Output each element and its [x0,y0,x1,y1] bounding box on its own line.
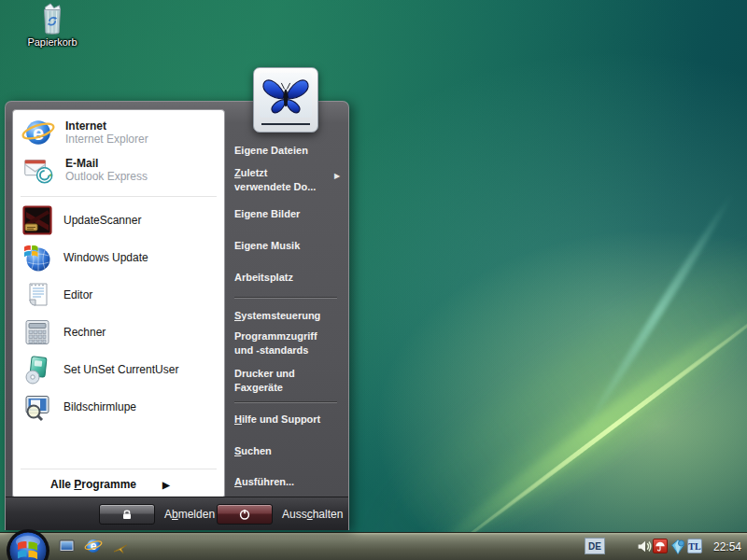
show-desktop-icon[interactable] [59,539,76,554]
gem-icon[interactable] [669,539,686,555]
startmenu-item-drucker-faxgeraete[interactable]: Drucker und Faxgeräte [234,367,343,395]
lock-icon [120,508,134,521]
item-label: Set UnSet CurrentUser [63,363,178,376]
power-button[interactable] [217,504,273,525]
avira-umbrella-icon[interactable] [653,539,668,553]
startmenu-item-internet[interactable]: e Internet Internet Explorer [21,114,217,151]
item-label: Windows Update [63,251,148,264]
internet-explorer-icon[interactable]: e [84,537,103,555]
separator [21,469,217,469]
recycle-bin-icon [36,2,68,35]
gold-plane-icon[interactable] [113,541,128,554]
avatar-frame-line [261,123,310,125]
startmenu-item-bildschirmlupe[interactable]: Bildschirmlupe [22,388,217,426]
internet-explorer-icon: e [21,115,56,150]
startmenu-item-windows-update[interactable]: Windows Update [22,239,217,276]
power-icon [238,508,251,521]
submenu-arrow-icon: ▶ [334,172,340,180]
magnifier-icon [22,392,52,422]
startmenu-item-set-unset-currentuser[interactable]: Set UnSet CurrentUser [22,351,217,388]
tl-icon[interactable]: TL [687,539,702,553]
calculator-icon [22,317,52,347]
item-label: Editor [63,288,92,301]
recycle-bin[interactable]: Papierkorb [21,2,84,48]
item-title: Internet [65,119,148,133]
lock-button[interactable] [99,504,155,525]
separator [234,297,337,298]
startmenu-item-email[interactable]: E-Mail Outlook Express [21,151,217,189]
updatescanner-icon [22,205,52,235]
notepad-icon [22,280,52,310]
avatar-picture [260,73,312,118]
submenu-arrow-icon: ▶ [162,480,170,490]
language-indicator[interactable]: DE [585,538,605,554]
separator [234,401,337,402]
startmenu-item-zuletzt-verwendete-dokumente[interactable]: Zuletzt verwendete Do... [234,166,343,194]
startmenu-item-eigene-dateien[interactable]: Eigene Dateien [234,144,343,158]
start-button[interactable] [6,528,50,560]
user-avatar[interactable] [253,67,318,133]
startmenu-item-systemsteuerung[interactable]: Systemsteuerung [234,309,343,323]
item-label: Rechner [63,326,106,339]
item-title: E-Mail [65,157,148,170]
startmenu-item-eigene-bilder[interactable]: Eigene Bilder [234,207,343,221]
logoff-label[interactable]: Abmelden [164,497,215,530]
startmenu-item-eigene-musik[interactable]: Eigene Musik [234,239,343,253]
item-line2: und -standards [234,344,308,356]
taskbar[interactable]: e DE TL 22:54 [0,532,747,560]
startmenu-item-suchen[interactable]: Suchen [234,444,343,458]
start-menu: e Internet Internet Explorer [5,101,349,530]
item-line2: Faxgeräte [234,382,283,393]
butterfly-icon [260,73,312,118]
item-subtitle: Internet Explorer [65,133,148,146]
startmenu-item-editor[interactable]: Editor [22,276,217,314]
item-line2: verwendete Do... [234,181,316,192]
startmenu-item-ausfuehren[interactable]: Ausführen... [234,475,343,489]
desktop: Papierkorb [0,0,747,560]
startmenu-item-rechner[interactable]: Rechner [22,314,217,351]
outlook-express-icon [21,152,56,188]
startmenu-item-arbeitsplatz[interactable]: Arbeitsplatz [234,271,343,285]
umbrella-glyph [654,539,667,553]
taskbar-clock[interactable]: 22:54 [713,533,741,560]
item-subtitle: Outlook Express [65,170,148,183]
recycle-bin-label: Papierkorb [21,36,84,48]
all-programs-button[interactable]: Alle Programme ▶ [50,472,170,497]
start-menu-left-panel: e Internet Internet Explorer [12,109,225,498]
start-menu-footer: Abmelden Ausschalten [6,497,348,530]
item-label: UpdateScanner [63,214,141,227]
installer-icon [22,355,52,385]
windows-update-icon [22,243,52,273]
startmenu-item-hilfe-support[interactable]: Hilfe und Support [234,413,343,427]
shutdown-label[interactable]: Ausschalten [282,497,343,530]
all-programs-label: Alle Programme [50,478,136,491]
separator [21,196,217,197]
startmenu-item-programmzugriff[interactable]: Programmzugriff und -standards [234,329,343,357]
start-menu-right-panel: Eigene Dateien Zuletzt verwendete Do... … [230,109,343,498]
item-label: Bildschirmlupe [63,400,136,413]
volume-icon[interactable] [637,539,653,554]
startmenu-item-updatescanner[interactable]: UpdateScanner [22,202,217,239]
